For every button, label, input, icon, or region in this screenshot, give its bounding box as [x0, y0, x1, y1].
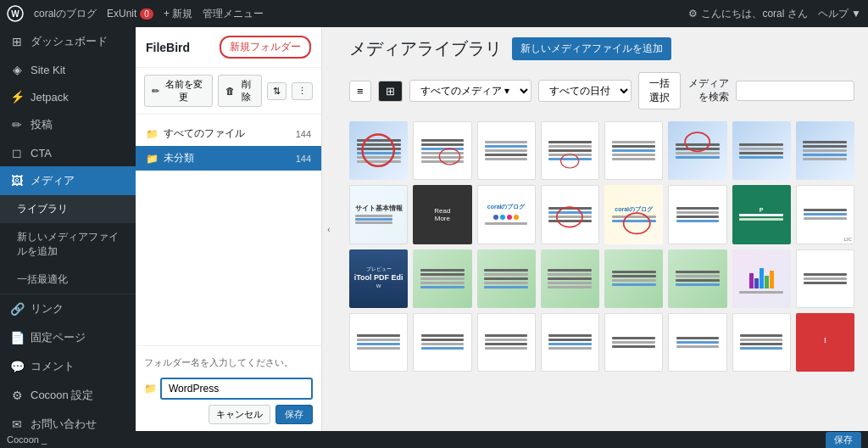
- grid-view-button[interactable]: ⊞: [378, 81, 403, 102]
- cta-icon: ◻: [10, 146, 24, 160]
- media-library: メディアライブラリ 新しいメディアファイルを追加 ≡ ⊞ すべてのメディア ▾ …: [336, 27, 868, 431]
- media-thumb-18[interactable]: [413, 249, 471, 308]
- wp-logo-item[interactable]: W: [7, 5, 24, 22]
- media-thumb-24[interactable]: [796, 249, 854, 308]
- main-layout: ⊞ ダッシュボード ◈ Site Kit ⚡ Jetpack ✏ 投稿 ◻ CT…: [0, 27, 868, 431]
- unclassified-label: 未分類: [164, 151, 194, 165]
- sidebar-item-media[interactable]: 🖼 メディア: [0, 166, 136, 195]
- sidebar-item-optimize[interactable]: 一括最適化: [0, 266, 136, 294]
- media-thumb-8[interactable]: [796, 121, 854, 180]
- filebird-panel: FileBird 新規フォルダー ✏ 名前を変更 🗑 削除 ⇅ ⋮ 📁: [136, 27, 322, 431]
- bulk-select-button[interactable]: 一括選択: [638, 72, 681, 109]
- media-thumb-2[interactable]: [413, 121, 471, 180]
- help-button[interactable]: ヘルプ ▼: [818, 7, 861, 21]
- media-thumb-21[interactable]: [604, 249, 663, 308]
- sidebar-item-cocoon[interactable]: ⚙ Cocoon 設定: [0, 381, 136, 410]
- new-post-item[interactable]: + 新規: [164, 7, 192, 21]
- media-thumb-31[interactable]: [732, 313, 791, 372]
- media-thumb-4[interactable]: [541, 121, 599, 180]
- sidebar-item-links[interactable]: 🔗 リンク: [0, 294, 136, 323]
- media-thumb-14[interactable]: [668, 185, 726, 244]
- new-folder-button[interactable]: 新規フォルダー: [220, 36, 311, 59]
- admin-menu-item[interactable]: 管理メニュー: [203, 7, 264, 21]
- sidebar-item-library[interactable]: ライブラリ: [0, 195, 136, 223]
- sidebar-item-contact[interactable]: ✉ お問い合わせ: [0, 410, 136, 431]
- media-thumb-3[interactable]: [477, 121, 536, 180]
- add-media-button[interactable]: 新しいメディアファイルを追加: [512, 37, 671, 60]
- media-type-filter[interactable]: すべてのメディア ▾: [409, 80, 531, 102]
- posts-icon: ✏: [10, 118, 24, 132]
- media-thumb-9[interactable]: サイト基本情報: [349, 185, 408, 244]
- media-thumb-20[interactable]: [541, 249, 599, 308]
- bottom-bar: Cocoon _ 保存: [0, 431, 868, 448]
- media-thumb-12[interactable]: [541, 185, 599, 244]
- folder-name-input[interactable]: [160, 378, 313, 400]
- rename-button[interactable]: ✏ 名前を変更: [144, 75, 213, 107]
- jetpack-icon: ⚡: [10, 90, 24, 104]
- media-thumb-25[interactable]: [349, 313, 408, 372]
- sidebar: ⊞ ダッシュボード ◈ Site Kit ⚡ Jetpack ✏ 投稿 ◻ CT…: [0, 27, 136, 431]
- save-float-button[interactable]: 保存: [826, 432, 861, 448]
- panel-collapse-button[interactable]: ‹: [322, 27, 336, 431]
- sidebar-item-add-media[interactable]: 新しいメディアファイルを追加: [0, 223, 136, 266]
- new-post-label: + 新規: [164, 7, 192, 21]
- sitekit-icon: ◈: [10, 63, 24, 76]
- media-thumb-27[interactable]: [477, 313, 536, 372]
- media-search-input[interactable]: [736, 81, 854, 101]
- save-button[interactable]: 保存: [275, 405, 313, 424]
- sidebar-label-cta: CTA: [31, 147, 52, 160]
- sidebar-item-dashboard[interactable]: ⊞ ダッシュボード: [0, 27, 136, 56]
- media-library-title: メディアライブラリ: [349, 37, 502, 60]
- cocoon-icon: ⚙: [10, 389, 24, 402]
- pages-icon: 📄: [10, 331, 24, 344]
- site-name-item[interactable]: coralのブログ: [34, 7, 97, 21]
- media-thumb-6[interactable]: [668, 121, 726, 180]
- sidebar-item-posts[interactable]: ✏ 投稿: [0, 110, 136, 139]
- tree-item-all-files[interactable]: 📁 すべてのファイル 144: [136, 121, 321, 146]
- media-thumb-29[interactable]: [604, 313, 663, 372]
- folder-actions: キャンセル 保存: [144, 405, 313, 424]
- all-files-count: 144: [296, 129, 311, 139]
- sidebar-item-sitekit[interactable]: ◈ Site Kit: [0, 56, 136, 83]
- sidebar-item-jetpack[interactable]: ⚡ Jetpack: [0, 83, 136, 110]
- cancel-button[interactable]: キャンセル: [209, 405, 270, 424]
- site-name: coralのブログ: [34, 7, 97, 21]
- media-thumb-28[interactable]: [541, 313, 599, 372]
- sidebar-item-comments[interactable]: 💬 コメント: [0, 352, 136, 381]
- media-thumb-10[interactable]: ReadMore: [413, 185, 471, 244]
- media-thumb-7[interactable]: [732, 121, 791, 180]
- tree-item-unclassified[interactable]: 📁 未分類 144: [136, 146, 321, 171]
- media-toolbar: ≡ ⊞ すべてのメディア ▾ すべての日付 一括選択 メディアを検索: [336, 67, 868, 115]
- wp-logo-icon: W: [7, 5, 24, 22]
- media-thumb-23[interactable]: [732, 249, 791, 308]
- media-thumb-17[interactable]: プレビュー iTool PDF Edi W: [349, 249, 408, 308]
- media-thumb-19[interactable]: [477, 249, 536, 308]
- delete-button[interactable]: 🗑 削除: [218, 75, 262, 107]
- list-view-button[interactable]: ≡: [349, 81, 371, 102]
- date-filter[interactable]: すべての日付: [538, 80, 632, 102]
- dashboard-icon: ⊞: [10, 35, 24, 48]
- sidebar-label-optimize: 一括最適化: [17, 272, 68, 287]
- exunit-item[interactable]: ExUnit 0: [107, 8, 153, 20]
- media-thumb-1[interactable]: [349, 121, 408, 180]
- sort-button[interactable]: ⇅: [267, 82, 287, 100]
- sidebar-item-cta[interactable]: ◻ CTA: [0, 139, 136, 166]
- media-thumb-16[interactable]: LIC: [796, 185, 854, 244]
- sidebar-item-pages[interactable]: 📄 固定ページ: [0, 323, 136, 352]
- greeting-text: こんにちは、coral さん: [701, 7, 807, 21]
- media-thumb-22[interactable]: [668, 249, 726, 308]
- sidebar-label-contact: お問い合わせ: [31, 417, 97, 431]
- media-thumb-5[interactable]: [604, 121, 663, 180]
- media-thumb-26[interactable]: [413, 313, 471, 372]
- media-thumb-15[interactable]: P: [732, 185, 791, 244]
- media-thumb-13[interactable]: coralのブログ: [604, 185, 663, 244]
- trash-icon: 🗑: [225, 86, 235, 96]
- media-thumb-30[interactable]: [668, 313, 726, 372]
- media-thumb-11[interactable]: coralのブログ: [477, 185, 536, 244]
- folder-input-row: 📁: [144, 378, 313, 400]
- media-thumb-32[interactable]: !: [796, 313, 854, 372]
- greeting-icon: ⚙: [688, 8, 698, 20]
- more-options-button[interactable]: ⋮: [292, 82, 313, 100]
- sidebar-label-jetpack: Jetpack: [31, 91, 69, 104]
- filebird-tree: 📁 すべてのファイル 144 📁 未分類 144: [136, 115, 321, 345]
